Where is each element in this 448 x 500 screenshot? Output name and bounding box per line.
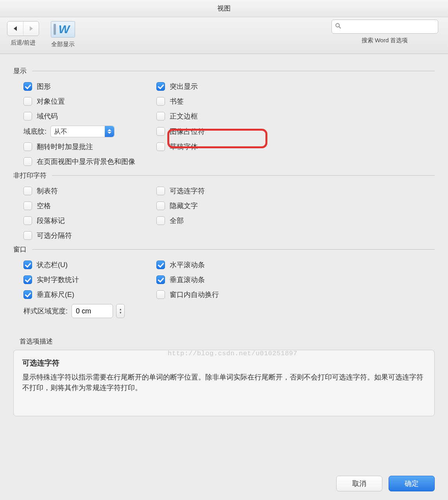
section-window-head: 窗口	[13, 245, 435, 254]
checkbox-statusbar[interactable]	[23, 261, 32, 269]
content: 显示 图形 突出显示 对象位置 书签 域代码 正文边框 域底纹: 从不 图像占位…	[0, 54, 448, 416]
label-objpos: 对象位置	[37, 97, 65, 106]
checkbox-bookmark[interactable]	[156, 97, 165, 106]
label-tab: 制表符	[37, 186, 58, 196]
description-body: 显示特殊连字符以指示需要在行尾断开的单词的断字位置。除非单词实际在行尾断开，否则…	[22, 372, 426, 393]
window-title: 视图	[0, 0, 448, 17]
label-statusbar: 状态栏(U)	[37, 260, 68, 270]
search-label: 搜索 Word 首选项	[362, 37, 408, 44]
word-w-icon: W	[59, 23, 70, 36]
checkbox-imageplaceholder[interactable]	[156, 127, 165, 136]
footer: 取消 确定	[336, 476, 435, 491]
cb-hidden: 隐藏文字	[156, 200, 435, 211]
checkbox-objpos[interactable]	[23, 97, 32, 106]
style-width-stepper[interactable]: ▴ ▾	[116, 304, 125, 318]
checkbox-highlight[interactable]	[156, 82, 165, 91]
search-input[interactable]	[344, 23, 435, 30]
nav-buttons	[7, 21, 39, 36]
cb-bgimage: 在页面视图中显示背景色和图像	[23, 156, 435, 167]
style-width-label: 样式区域宽度:	[23, 306, 68, 316]
cb-imageplaceholder: 图像占位符	[156, 126, 435, 137]
style-width-row: 样式区域宽度: ▴ ▾	[13, 304, 435, 318]
forward-button[interactable]	[23, 22, 39, 36]
checkbox-all[interactable]	[156, 216, 165, 225]
checkbox-draftfont[interactable]	[156, 142, 165, 151]
cb-wrap: 窗口内自动换行	[156, 289, 435, 300]
label-textbound: 正文边框	[170, 112, 198, 121]
window-grid: 状态栏(U) 水平滚动条 实时字数统计 垂直滚动条 垂直标尺(E) 窗口内自动换…	[13, 259, 435, 300]
cancel-button[interactable]: 取消	[336, 476, 382, 491]
style-width-input[interactable]	[72, 304, 113, 318]
section-display-title: 显示	[13, 67, 27, 76]
checkbox-bgimage[interactable]	[23, 157, 32, 166]
label-optsep: 可选分隔符	[37, 231, 72, 240]
toolbar: 后退/前进 W 全部显示 搜索 Word 首选项	[0, 17, 448, 54]
display-grid: 图形 突出显示 对象位置 书签 域代码 正文边框 域底纹: 从不 图像占位符 翻…	[13, 81, 435, 167]
ok-button[interactable]: 确定	[389, 476, 435, 491]
svg-line-3	[339, 27, 340, 28]
label-bookmark: 书签	[170, 97, 184, 106]
label-hidden: 隐藏文字	[170, 201, 198, 210]
field-shading-row: 域底纹: 从不	[23, 126, 156, 137]
cb-flipcomment: 翻转时时加显批注	[23, 141, 156, 152]
nav-label: 后退/前进	[11, 39, 36, 47]
search-box[interactable]	[332, 20, 438, 34]
description-title: 可选连字符	[22, 358, 426, 368]
label-flipcomment: 翻转时时加显批注	[37, 142, 93, 151]
checkbox-vruler[interactable]	[23, 290, 32, 299]
back-button[interactable]	[7, 22, 23, 36]
checkbox-wordcount[interactable]	[23, 275, 32, 284]
triangle-left-icon	[13, 26, 18, 31]
search-wrap: 搜索 Word 首选项	[330, 20, 439, 44]
checkbox-paramark[interactable]	[23, 216, 32, 225]
label-wordcount: 实时字数统计	[37, 275, 79, 284]
nav-group: 后退/前进	[7, 21, 39, 47]
checkbox-fieldcodes[interactable]	[23, 112, 32, 121]
cb-vruler: 垂直标尺(E)	[23, 289, 156, 300]
section-nonprint-head: 非打印字符	[13, 171, 435, 180]
cb-all: 全部	[156, 215, 435, 226]
cb-highlight: 突出显示	[156, 81, 435, 92]
label-fieldcodes: 域代码	[37, 112, 58, 121]
checkbox-optsep[interactable]	[23, 231, 32, 240]
checkbox-vscroll[interactable]	[156, 275, 165, 284]
cb-objpos: 对象位置	[23, 96, 156, 107]
label-highlight: 突出显示	[170, 82, 198, 91]
checkbox-textbound[interactable]	[156, 112, 165, 121]
svg-marker-1	[30, 26, 33, 31]
checkbox-hidden[interactable]	[156, 201, 165, 210]
field-shading-value: 从不	[54, 127, 67, 136]
cb-wordcount: 实时字数统计	[23, 274, 156, 285]
section-display-head: 显示	[13, 67, 435, 76]
label-wrap: 窗口内自动换行	[170, 290, 219, 299]
checkbox-hscroll[interactable]	[156, 261, 165, 269]
description-box: 可选连字符 显示特殊连字符以指示需要在行尾断开的单词的断字位置。除非单词实际在行…	[13, 350, 435, 416]
label-vruler: 垂直标尺(E)	[37, 290, 74, 299]
cb-paramark: 段落标记	[23, 215, 156, 226]
checkbox-opt-hyphen[interactable]	[156, 187, 165, 195]
label-graphics: 图形	[37, 82, 51, 91]
checkbox-graphics[interactable]	[23, 82, 32, 91]
show-all-group: W 全部显示	[51, 21, 75, 48]
checkbox-space[interactable]	[23, 201, 32, 210]
divider	[52, 175, 435, 176]
section-nonprint-title: 非打印字符	[13, 171, 47, 180]
search-icon	[335, 23, 341, 31]
show-all-button[interactable]: W	[51, 21, 75, 38]
label-space: 空格	[37, 201, 51, 210]
divider	[32, 71, 435, 71]
cb-draftfont: 草稿字体	[156, 141, 435, 152]
divider	[32, 249, 435, 250]
checkbox-tab[interactable]	[23, 187, 32, 195]
field-shading-select[interactable]: 从不	[50, 126, 115, 137]
chevron-updown-icon	[105, 126, 114, 137]
description-header: 首选项描述	[20, 337, 435, 346]
field-shading-label: 域底纹:	[23, 127, 47, 136]
cb-tab: 制表符	[23, 185, 156, 196]
watermark: http://blog.csdn.net/u010251897	[168, 350, 297, 357]
cb-opt-hyphen: 可选连字符	[156, 185, 435, 196]
checkbox-wrap[interactable]	[156, 290, 165, 299]
label-vscroll: 垂直滚动条	[170, 275, 205, 284]
cb-graphics: 图形	[23, 81, 156, 92]
checkbox-flipcomment[interactable]	[23, 142, 32, 151]
